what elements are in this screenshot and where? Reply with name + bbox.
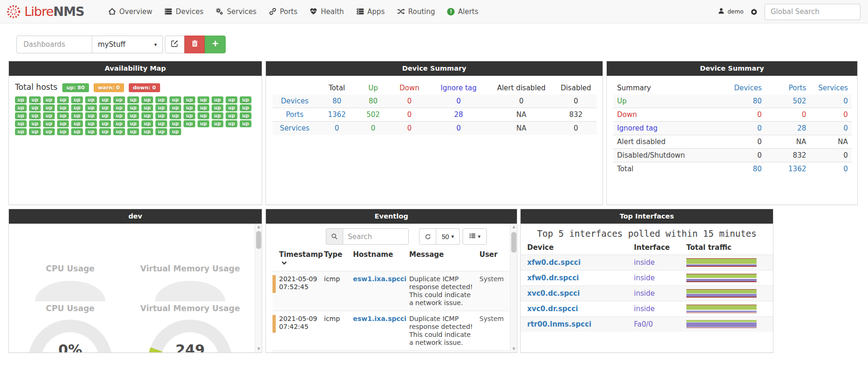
table-cell[interactable]: 0 — [317, 122, 357, 135]
global-search-input[interactable] — [765, 4, 861, 20]
interface-link[interactable]: inside — [634, 305, 686, 313]
host-up-tag[interactable]: up — [57, 120, 69, 127]
host-up-tag[interactable]: up — [169, 128, 181, 135]
host-up-tag[interactable]: up — [226, 96, 237, 103]
host-up-tag[interactable]: up — [85, 112, 97, 119]
delete-dashboard-button[interactable] — [184, 36, 205, 53]
scroll-down-icon[interactable]: ▼ — [510, 346, 517, 352]
host-up-tag[interactable]: up — [198, 104, 209, 111]
host-up-tag[interactable]: up — [71, 128, 83, 135]
column-header-message[interactable]: Message — [409, 250, 479, 267]
host-up-tag[interactable]: up — [29, 128, 41, 135]
table-cell[interactable]: 28 — [765, 122, 810, 135]
host-up-tag[interactable]: up — [212, 112, 223, 119]
host-up-tag[interactable]: up — [71, 104, 83, 111]
user-menu[interactable]: demo — [718, 7, 743, 16]
traffic-graph[interactable] — [686, 319, 757, 329]
host-up-tag[interactable]: up — [113, 128, 125, 135]
host-up-tag[interactable]: up — [71, 120, 83, 127]
traffic-graph[interactable] — [686, 257, 757, 268]
nav-item-routing[interactable]: Routing — [391, 0, 441, 23]
host-up-tag[interactable]: up — [29, 112, 41, 119]
table-cell[interactable]: 1362 — [317, 108, 357, 122]
host-up-tag[interactable]: up — [43, 104, 55, 111]
host-up-tag[interactable]: up — [141, 120, 153, 127]
device-link[interactable]: xvc0.dr.spcci — [527, 305, 634, 313]
host-up-tag[interactable]: up — [240, 112, 251, 119]
edit-dashboard-button[interactable] — [165, 36, 184, 53]
host-up-tag[interactable]: up — [198, 112, 209, 119]
host-up-tag[interactable]: up — [85, 128, 97, 135]
host-up-tag[interactable]: up — [15, 104, 27, 111]
host-up-tag[interactable]: up — [212, 120, 223, 127]
nav-item-overview[interactable]: Overview — [102, 0, 159, 23]
traffic-graph[interactable] — [686, 304, 757, 314]
host-up-tag[interactable]: up — [57, 112, 69, 119]
host-up-tag[interactable]: up — [15, 128, 27, 135]
list-style-select[interactable]: ▾ — [463, 228, 487, 245]
librenms-logo[interactable]: LibreNMS — [6, 4, 84, 20]
host-up-tag[interactable]: up — [226, 120, 237, 127]
host-up-tag[interactable]: up — [57, 96, 69, 103]
host-up-tag[interactable]: up — [240, 120, 251, 127]
host-up-tag[interactable]: up — [184, 104, 195, 111]
host-up-tag[interactable]: up — [113, 120, 125, 127]
host-up-tag[interactable]: up — [15, 112, 27, 119]
nav-item-ports[interactable]: Ports — [263, 0, 304, 23]
host-up-tag[interactable]: up — [57, 104, 69, 111]
host-up-tag[interactable]: up — [141, 96, 153, 103]
host-up-tag[interactable]: up — [184, 112, 195, 119]
host-up-tag[interactable]: up — [127, 128, 139, 135]
host-up-tag[interactable]: up — [226, 112, 237, 119]
column-header-hostname[interactable]: Hostname — [353, 250, 409, 267]
nav-item-health[interactable]: Health — [303, 0, 350, 23]
host-up-tag[interactable]: up — [99, 128, 111, 135]
dashboard-select[interactable]: myStuff ▾ — [92, 36, 163, 53]
eventlog-search-input[interactable] — [343, 228, 409, 245]
host-up-tag[interactable]: up — [43, 128, 55, 135]
device-link[interactable]: xfw0.dr.spcci — [527, 274, 634, 282]
host-up-tag[interactable]: up — [226, 104, 237, 111]
scroll-up-icon[interactable]: ▲ — [255, 224, 262, 230]
host-up-tag[interactable]: up — [141, 112, 153, 119]
host-up-tag[interactable]: up — [113, 104, 125, 111]
dashboards-button[interactable]: Dashboards — [16, 36, 92, 53]
host-up-tag[interactable]: up — [127, 96, 139, 103]
column-header[interactable]: Devices — [721, 81, 765, 95]
scroll-down-icon[interactable]: ▼ — [255, 346, 262, 352]
column-header[interactable]: Services — [810, 81, 852, 95]
host-up-tag[interactable]: up — [71, 112, 83, 119]
scrollbar-thumb[interactable] — [511, 232, 516, 253]
host-up-tag[interactable]: up — [15, 120, 27, 127]
table-cell[interactable]: Devices — [272, 95, 317, 108]
scrollbar[interactable]: ▲ ▼ — [510, 224, 517, 352]
column-header[interactable]: Ports — [765, 81, 810, 95]
add-widget-button[interactable] — [205, 36, 226, 53]
device-link[interactable]: rtr00.lnms.spcci — [527, 320, 634, 328]
host-up-tag[interactable]: up — [198, 120, 209, 127]
host-up-tag[interactable]: up — [141, 104, 153, 111]
table-cell[interactable]: 0 — [810, 162, 852, 176]
host-up-tag[interactable]: up — [169, 96, 181, 103]
settings-gear-icon[interactable] — [750, 8, 758, 16]
host-up-tag[interactable]: up — [155, 96, 167, 103]
interface-link[interactable]: inside — [634, 289, 686, 298]
host-up-tag[interactable]: up — [43, 112, 55, 119]
page-size-select[interactable]: 50 ▾ — [436, 228, 460, 245]
interface-link[interactable]: Fa0/0 — [634, 320, 686, 328]
column-header-type[interactable]: Type — [324, 250, 353, 267]
host-up-tag[interactable]: up — [99, 96, 111, 103]
device-link[interactable]: xfw0.dc.spcci — [527, 258, 634, 267]
column-header-user[interactable]: User — [479, 250, 509, 267]
traffic-graph[interactable] — [686, 288, 757, 299]
host-up-tag[interactable]: up — [155, 104, 167, 111]
event-hostname-link[interactable]: esw1.ixa.spcci — [353, 275, 409, 307]
host-up-tag[interactable]: up — [85, 120, 97, 127]
table-cell[interactable]: 80 — [721, 162, 765, 176]
host-up-tag[interactable]: up — [15, 96, 27, 103]
scrollbar-thumb[interactable] — [256, 231, 261, 249]
column-header-timestamp[interactable]: Timestamp — [279, 250, 324, 267]
scroll-up-icon[interactable]: ▲ — [510, 224, 517, 230]
host-up-tag[interactable]: up — [99, 104, 111, 111]
host-up-tag[interactable]: up — [155, 128, 167, 135]
